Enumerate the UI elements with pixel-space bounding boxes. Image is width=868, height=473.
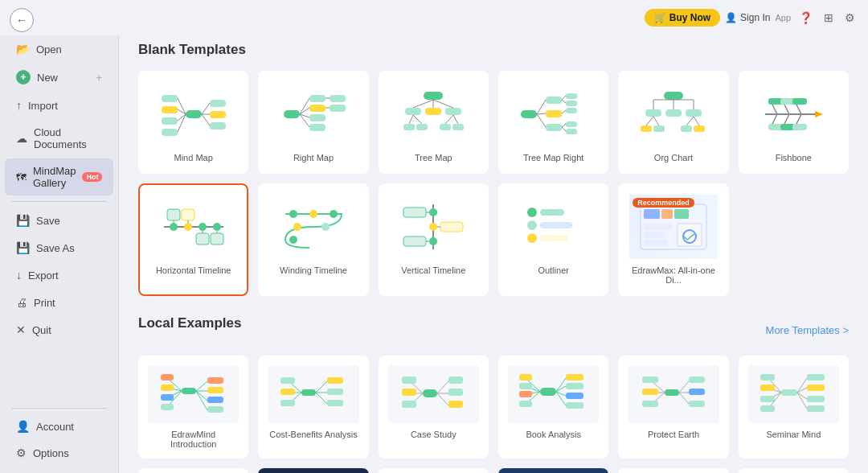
back-button[interactable]: ←	[10, 8, 34, 32]
svg-rect-44	[546, 97, 562, 104]
svg-rect-142	[161, 404, 174, 410]
svg-point-108	[289, 236, 297, 244]
template-preview-tree-map-right	[510, 82, 597, 146]
template-card-mind-map[interactable]: Mind Map	[138, 71, 248, 174]
svg-line-188	[556, 386, 566, 392]
svg-line-39	[409, 115, 413, 124]
svg-rect-86	[792, 98, 807, 105]
template-card-tree-map-right[interactable]: Tree Map Right	[498, 71, 608, 174]
template-preview-edrawmax: Recommended	[629, 195, 717, 259]
partial-card-1[interactable]	[138, 468, 248, 473]
example-label-seminar-mind: Seminar Mind	[766, 430, 821, 439]
template-card-org-chart[interactable]: Org Chart	[618, 71, 728, 174]
template-card-vertical-timeline[interactable]: Vertical Timeline	[379, 183, 489, 296]
sidebar-item-export[interactable]: ↓ Export	[5, 262, 113, 288]
example-card-seminar-mind[interactable]: Seminar Mind	[739, 356, 849, 459]
svg-rect-124	[540, 235, 568, 241]
sidebar-item-account[interactable]: 👤 Account	[5, 413, 113, 439]
svg-rect-146	[207, 387, 223, 393]
partial-card-4[interactable]	[498, 468, 608, 473]
template-card-horizontal-timeline[interactable]: Horizontal Timeline	[138, 183, 248, 296]
svg-point-123	[527, 233, 537, 243]
svg-rect-95	[167, 209, 180, 220]
example-card-edrawmind-intro[interactable]: EdrawMind Introduction	[138, 356, 248, 459]
new-expand-icon: +	[96, 72, 102, 84]
sidebar-item-saveas[interactable]: 💾 Save As	[5, 235, 113, 261]
partial-card-2[interactable]	[258, 468, 368, 473]
blank-templates-grid: Mind Map	[138, 71, 849, 296]
template-card-fishbone[interactable]: Fishbone	[739, 71, 849, 174]
template-label-right-map: Right Map	[293, 153, 334, 162]
svg-line-14	[202, 114, 210, 125]
help-icon-button[interactable]: ❓	[796, 8, 816, 27]
template-card-tree-map[interactable]: Tree Map	[379, 71, 489, 174]
svg-rect-97	[196, 233, 209, 245]
sidebar-item-print[interactable]: 🖨 Print	[5, 290, 113, 315]
partial-card-5[interactable]	[618, 468, 728, 473]
sidebar-item-mindmap[interactable]: 🗺 MindMap Gallery Hot	[5, 158, 113, 195]
svg-rect-209	[760, 374, 775, 380]
sidebar-item-new[interactable]: + New +	[5, 64, 113, 91]
template-preview-tree-map	[390, 82, 477, 146]
svg-rect-170	[402, 401, 416, 408]
saveas-icon: 💾	[16, 241, 30, 254]
bottom-partial-row	[138, 468, 849, 473]
template-card-outliner[interactable]: Outliner	[498, 183, 608, 296]
svg-rect-35	[452, 124, 464, 130]
svg-rect-207	[781, 389, 797, 396]
template-preview-mind-map	[149, 82, 237, 146]
svg-rect-144	[207, 377, 223, 384]
example-card-protect-earth[interactable]: Protect Earth	[618, 356, 728, 459]
sidebar-item-quit[interactable]: ✕ Quit	[5, 317, 113, 343]
partial-card-6[interactable]	[739, 468, 849, 473]
svg-rect-120	[540, 209, 564, 216]
svg-rect-114	[440, 222, 463, 232]
grid-icon-button[interactable]: ⊞	[821, 8, 837, 27]
partial-card-3[interactable]	[379, 468, 489, 473]
svg-point-112	[429, 237, 437, 245]
svg-rect-20	[330, 95, 346, 102]
svg-rect-46	[546, 124, 562, 131]
sidebar-item-open[interactable]: 📂 Open	[5, 36, 113, 62]
settings-icon-button[interactable]: ⚙	[841, 8, 858, 27]
sidebar-divider-2	[11, 408, 107, 409]
sidebar-item-import[interactable]: ↑ Import	[5, 93, 113, 118]
svg-line-79	[784, 103, 789, 114]
local-examples-header: Local Examples More Templates >	[138, 315, 849, 344]
svg-point-105	[330, 210, 338, 218]
template-label-tree-map-right: Tree Map Right	[523, 153, 583, 162]
hot-badge: Hot	[82, 172, 102, 182]
template-preview-org-chart	[629, 82, 717, 146]
options-icon: ⚙	[16, 446, 27, 459]
example-card-book-analysis[interactable]: Book Analysis	[498, 356, 608, 459]
sidebar-item-save[interactable]: 💾 Save	[5, 208, 113, 233]
sidebar-item-options[interactable]: ⚙ Options	[5, 440, 113, 466]
template-card-right-map[interactable]: Right Map	[258, 71, 368, 174]
template-card-edrawmax[interactable]: Recommended EdrawMax: All-in-one Di...	[618, 183, 728, 296]
svg-rect-49	[566, 108, 577, 113]
buy-now-button[interactable]: 🛒 Buy Now	[645, 9, 720, 27]
svg-point-92	[184, 223, 192, 231]
svg-rect-1	[162, 95, 178, 102]
example-card-case-study[interactable]: Case Study	[379, 356, 489, 459]
svg-rect-134	[182, 388, 196, 394]
svg-rect-183	[519, 391, 532, 397]
svg-rect-98	[211, 233, 223, 245]
svg-line-54	[537, 114, 546, 127]
svg-rect-168	[402, 389, 416, 396]
template-preview-fishbone	[750, 82, 837, 146]
sign-in-button[interactable]: 👤 Sign In	[725, 12, 770, 23]
svg-rect-64	[641, 125, 652, 132]
svg-rect-136	[161, 374, 174, 380]
example-card-cost-benefits[interactable]: Cost-Benefits Analysis	[258, 356, 368, 459]
sidebar-item-cloud[interactable]: ☁ Cloud Documents	[5, 120, 113, 157]
template-preview-outliner	[510, 195, 597, 259]
template-card-winding-timeline[interactable]: Winding Timeline	[258, 183, 368, 296]
recommended-badge: Recommended	[633, 198, 694, 208]
svg-rect-202	[689, 376, 705, 383]
svg-rect-176	[448, 401, 463, 408]
more-templates-link[interactable]: More Templates >	[766, 324, 849, 336]
svg-rect-0	[186, 110, 202, 118]
svg-line-82	[784, 114, 789, 125]
local-examples-grid: EdrawMind Introduction	[138, 356, 849, 459]
